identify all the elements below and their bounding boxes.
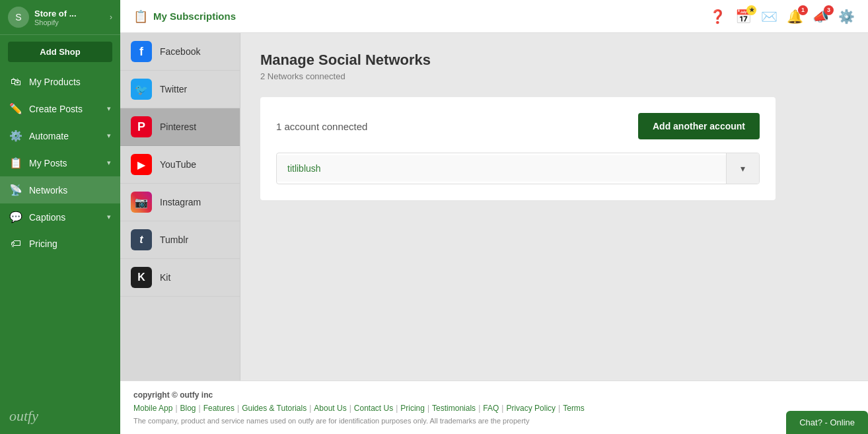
instagram-logo: 📷 xyxy=(131,192,152,213)
footer-link-pricing[interactable]: Pricing xyxy=(400,404,425,413)
pencil-icon: ✏️ xyxy=(9,102,22,115)
page-title: Manage Social Networks xyxy=(260,52,848,69)
tag-icon: 🏷 xyxy=(9,238,22,250)
settings-button[interactable]: ⚙️ xyxy=(838,9,855,24)
network-label: YouTube xyxy=(160,159,196,170)
sidebar: S Store of ... Shopify › Add Shop 🛍 My P… xyxy=(0,0,120,434)
sidebar-item-label: My Products xyxy=(29,77,111,87)
mail-icon: ✉️ xyxy=(761,9,778,24)
sidebar-nav: 🛍 My Products ✏️ Create Posts ▾ ⚙️ Autom… xyxy=(0,69,120,398)
footer-link-faq[interactable]: FAQ xyxy=(483,404,499,413)
footer-link-blog[interactable]: Blog xyxy=(180,404,196,413)
sidebar-header[interactable]: S Store of ... Shopify › xyxy=(0,0,120,35)
network-item-tumblr[interactable]: t Tumblr xyxy=(120,221,240,259)
chevron-down-icon: ▾ xyxy=(107,159,111,167)
footer-links: Mobile App | Blog | Features | Guides & … xyxy=(133,404,855,413)
footer-disclaimer: The company, product and service names u… xyxy=(133,417,855,425)
page-subtitle: 2 Networks connected xyxy=(260,71,848,81)
footer-link-privacy[interactable]: Privacy Policy xyxy=(506,404,556,413)
sidebar-item-label: Networks xyxy=(29,185,111,196)
network-label: Pinterest xyxy=(160,122,196,132)
sidebar-item-label: Automate xyxy=(29,131,100,141)
sidebar-item-label: My Posts xyxy=(29,158,100,168)
content-area: f Facebook 🐦 Twitter P Pinterest ▶ YouTu… xyxy=(120,33,868,380)
footer-copyright: copyright © outfy inc xyxy=(133,390,855,400)
footer: copyright © outfy inc Mobile App | Blog … xyxy=(120,380,868,434)
top-navigation: 📋 My Subscriptions ❓ 📅 ★ ✉️ 🔔 1 📣 3 ⚙️ xyxy=(120,0,868,33)
subscriptions-icon: 📋 xyxy=(133,9,148,24)
settings-icon: ⚙️ xyxy=(838,9,855,24)
footer-link-features[interactable]: Features xyxy=(203,404,235,413)
store-platform: Shopify xyxy=(34,18,104,26)
account-expand-button[interactable]: ▾ xyxy=(726,153,759,184)
mail-button[interactable]: ✉️ xyxy=(761,9,778,24)
pinterest-logo: P xyxy=(131,116,152,137)
sidebar-item-my-products[interactable]: 🛍 My Products xyxy=(0,69,120,95)
notifications-button[interactable]: 🔔 1 xyxy=(787,9,803,24)
megaphone-badge: 3 xyxy=(824,5,834,15)
question-icon: ❓ xyxy=(709,9,726,24)
sidebar-item-my-posts[interactable]: 📋 My Posts ▾ xyxy=(0,149,120,176)
add-another-account-button[interactable]: Add another account xyxy=(638,113,760,139)
store-info: Store of ... Shopify xyxy=(34,9,104,26)
youtube-logo: ▶ xyxy=(131,154,152,175)
network-label: Tumblr xyxy=(160,235,188,245)
sidebar-expand-icon: › xyxy=(110,13,112,22)
sidebar-item-create-posts[interactable]: ✏️ Create Posts ▾ xyxy=(0,95,120,122)
calendar-button[interactable]: 📅 ★ xyxy=(735,9,752,24)
topnav-brand: 📋 My Subscriptions xyxy=(133,9,236,24)
twitter-logo: 🐦 xyxy=(131,79,152,100)
network-label: Facebook xyxy=(160,46,200,57)
footer-link-mobile-app[interactable]: Mobile App xyxy=(133,404,172,413)
network-label: Twitter xyxy=(160,84,187,94)
networks-sidebar: f Facebook 🐦 Twitter P Pinterest ▶ YouTu… xyxy=(120,33,240,380)
manage-box: 1 account connected Add another account … xyxy=(260,97,776,200)
footer-link-contact[interactable]: Contact Us xyxy=(354,404,393,413)
sidebar-item-captions[interactable]: 💬 Captions ▾ xyxy=(0,203,120,231)
network-item-youtube[interactable]: ▶ YouTube xyxy=(120,146,240,184)
network-label: Instagram xyxy=(160,197,201,207)
caption-icon: 💬 xyxy=(9,211,22,223)
chevron-down-icon: ▾ xyxy=(107,213,111,221)
sidebar-item-label: Create Posts xyxy=(29,104,100,114)
footer-link-about[interactable]: About Us xyxy=(314,404,346,413)
sidebar-item-pricing[interactable]: 🏷 Pricing xyxy=(0,231,120,257)
add-shop-button[interactable]: Add Shop xyxy=(8,42,112,62)
notifications-badge: 1 xyxy=(798,5,808,15)
footer-link-guides[interactable]: Guides & Tutorials xyxy=(242,404,307,413)
network-label: Kit xyxy=(160,272,170,283)
manage-header: 1 account connected Add another account xyxy=(276,113,760,139)
chevron-down-icon: ▾ xyxy=(107,104,111,113)
footer-link-terms[interactable]: Terms xyxy=(563,404,585,413)
megaphone-button[interactable]: 📣 3 xyxy=(813,9,829,24)
gear-icon: ⚙️ xyxy=(9,129,22,142)
tumblr-logo: t xyxy=(131,229,152,250)
sidebar-item-label: Pricing xyxy=(29,238,111,249)
chat-bubble[interactable]: Chat? - Online xyxy=(786,411,868,434)
account-row: titliblush ▾ xyxy=(276,153,760,184)
shopping-bag-icon: 🛍 xyxy=(9,76,22,88)
network-icon: 📡 xyxy=(9,184,22,196)
sidebar-item-networks[interactable]: 📡 Networks xyxy=(0,176,120,203)
accounts-connected-text: 1 account connected xyxy=(276,121,367,132)
footer-link-testimonials[interactable]: Testimonials xyxy=(432,404,476,413)
topnav-brand-label: My Subscriptions xyxy=(153,11,236,22)
network-item-kit[interactable]: K Kit xyxy=(120,259,240,297)
facebook-logo: f xyxy=(131,41,152,62)
sidebar-item-automate[interactable]: ⚙️ Automate ▾ xyxy=(0,122,120,149)
manage-panel: Manage Social Networks 2 Networks connec… xyxy=(240,33,868,380)
store-avatar: S xyxy=(8,7,29,28)
sidebar-item-label: Captions xyxy=(29,212,100,223)
network-item-pinterest[interactable]: P Pinterest xyxy=(120,108,240,146)
network-item-instagram[interactable]: 📷 Instagram xyxy=(120,184,240,221)
main-area: 📋 My Subscriptions ❓ 📅 ★ ✉️ 🔔 1 📣 3 ⚙️ xyxy=(120,0,868,434)
clipboard-icon: 📋 xyxy=(9,157,22,169)
help-button[interactable]: ❓ xyxy=(709,9,726,24)
account-name: titliblush xyxy=(277,155,726,182)
kit-logo: K xyxy=(131,267,152,288)
outfy-logo: outfy xyxy=(0,398,120,434)
calendar-badge: ★ xyxy=(746,5,756,15)
network-item-facebook[interactable]: f Facebook xyxy=(120,33,240,71)
network-item-twitter[interactable]: 🐦 Twitter xyxy=(120,71,240,108)
chevron-down-icon: ▾ xyxy=(107,131,111,140)
